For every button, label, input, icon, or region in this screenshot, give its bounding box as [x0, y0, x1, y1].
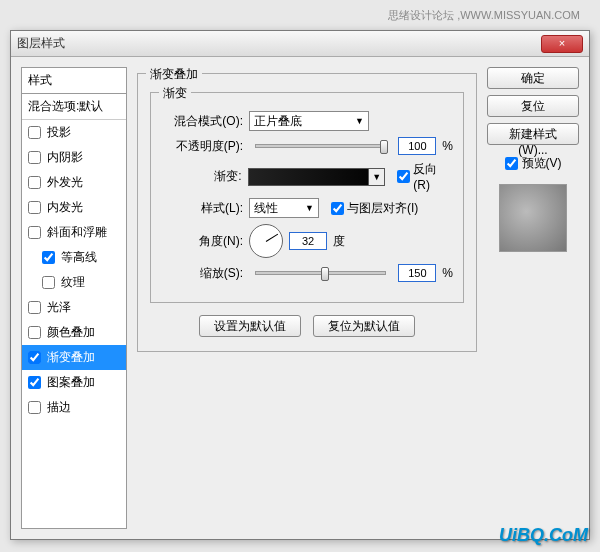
style-item-投影[interactable]: 投影	[22, 120, 126, 145]
preview-thumbnail	[499, 184, 567, 252]
styles-header[interactable]: 样式	[22, 68, 126, 94]
style-item-内阴影[interactable]: 内阴影	[22, 145, 126, 170]
make-default-button[interactable]: 设置为默认值	[199, 315, 301, 337]
style-item-描边[interactable]: 描边	[22, 395, 126, 420]
blend-mode-value: 正片叠底	[254, 113, 302, 130]
style-checkbox[interactable]	[42, 276, 55, 289]
angle-label: 角度(N):	[161, 233, 243, 250]
align-label: 与图层对齐(I)	[347, 200, 418, 217]
angle-unit: 度	[333, 233, 345, 250]
style-item-label: 内发光	[47, 199, 83, 216]
scale-slider[interactable]	[255, 271, 386, 275]
style-item-渐变叠加[interactable]: 渐变叠加	[22, 345, 126, 370]
ok-button[interactable]: 确定	[487, 67, 579, 89]
reverse-checkbox[interactable]: 反向(R)	[397, 161, 453, 192]
scale-input[interactable]	[398, 264, 436, 282]
watermark-bottom: UiBQ.CoM	[499, 525, 588, 546]
style-checkbox[interactable]	[28, 351, 41, 364]
style-item-外发光[interactable]: 外发光	[22, 170, 126, 195]
gradient-picker[interactable]: ▼	[248, 168, 386, 186]
style-item-label: 光泽	[47, 299, 71, 316]
style-item-内发光[interactable]: 内发光	[22, 195, 126, 220]
scale-label: 缩放(S):	[161, 265, 243, 282]
style-value: 线性	[254, 200, 278, 217]
style-item-纹理[interactable]: 纹理	[22, 270, 126, 295]
titlebar: 图层样式 ×	[11, 31, 589, 57]
layer-style-dialog: 图层样式 × 样式 混合选项:默认 投影内阴影外发光内发光斜面和浮雕等高线纹理光…	[10, 30, 590, 540]
style-label: 样式(L):	[161, 200, 243, 217]
style-checkbox[interactable]	[28, 401, 41, 414]
close-button[interactable]: ×	[541, 35, 583, 53]
style-checkbox[interactable]	[28, 201, 41, 214]
style-item-label: 斜面和浮雕	[47, 224, 107, 241]
gradient-label: 渐变:	[161, 168, 242, 185]
scale-unit: %	[442, 266, 453, 280]
watermark-top: 思绪设计论坛 ,WWW.MISSYUAN.COM	[388, 8, 580, 23]
opacity-label: 不透明度(P):	[161, 138, 243, 155]
slider-thumb[interactable]	[321, 267, 329, 281]
style-checkbox[interactable]	[28, 151, 41, 164]
style-checkbox[interactable]	[28, 176, 41, 189]
style-checkbox[interactable]	[28, 226, 41, 239]
main-panel: 渐变叠加 渐变 混合模式(O): 正片叠底 ▼ 不透明度(P):	[137, 67, 477, 529]
blending-options-default[interactable]: 混合选项:默认	[22, 94, 126, 120]
align-checkbox[interactable]: 与图层对齐(I)	[331, 200, 418, 217]
opacity-input[interactable]	[398, 137, 436, 155]
style-item-label: 图案叠加	[47, 374, 95, 391]
right-panel: 确定 复位 新建样式(W)... 预览(V)	[487, 67, 579, 529]
style-item-label: 颜色叠加	[47, 324, 95, 341]
angle-dial[interactable]	[249, 224, 283, 258]
chevron-down-icon: ▼	[305, 203, 314, 213]
style-item-label: 渐变叠加	[47, 349, 95, 366]
group-title: 渐变	[159, 85, 191, 102]
style-item-label: 等高线	[61, 249, 97, 266]
style-checkbox[interactable]	[28, 326, 41, 339]
style-item-等高线[interactable]: 等高线	[22, 245, 126, 270]
blend-mode-label: 混合模式(O):	[161, 113, 243, 130]
preview-checkbox[interactable]: 预览(V)	[487, 155, 579, 172]
style-select[interactable]: 线性 ▼	[249, 198, 319, 218]
opacity-slider[interactable]	[255, 144, 386, 148]
new-style-button[interactable]: 新建样式(W)...	[487, 123, 579, 145]
style-item-label: 内阴影	[47, 149, 83, 166]
angle-input[interactable]	[289, 232, 327, 250]
opacity-unit: %	[442, 139, 453, 153]
dialog-title: 图层样式	[17, 35, 541, 52]
style-item-图案叠加[interactable]: 图案叠加	[22, 370, 126, 395]
style-item-颜色叠加[interactable]: 颜色叠加	[22, 320, 126, 345]
section-title: 渐变叠加	[146, 66, 202, 83]
chevron-down-icon: ▼	[355, 116, 364, 126]
reset-default-button[interactable]: 复位为默认值	[313, 315, 415, 337]
style-item-label: 投影	[47, 124, 71, 141]
chevron-down-icon[interactable]: ▼	[368, 169, 384, 185]
style-checkbox[interactable]	[28, 376, 41, 389]
preview-label: 预览(V)	[522, 155, 562, 172]
reverse-label: 反向(R)	[413, 161, 453, 192]
blend-mode-select[interactable]: 正片叠底 ▼	[249, 111, 369, 131]
slider-thumb[interactable]	[380, 140, 388, 154]
style-item-斜面和浮雕[interactable]: 斜面和浮雕	[22, 220, 126, 245]
style-checkbox[interactable]	[42, 251, 55, 264]
style-item-label: 描边	[47, 399, 71, 416]
style-item-label: 纹理	[61, 274, 85, 291]
style-item-光泽[interactable]: 光泽	[22, 295, 126, 320]
styles-list: 样式 混合选项:默认 投影内阴影外发光内发光斜面和浮雕等高线纹理光泽颜色叠加渐变…	[21, 67, 127, 529]
style-checkbox[interactable]	[28, 126, 41, 139]
cancel-button[interactable]: 复位	[487, 95, 579, 117]
style-item-label: 外发光	[47, 174, 83, 191]
style-checkbox[interactable]	[28, 301, 41, 314]
